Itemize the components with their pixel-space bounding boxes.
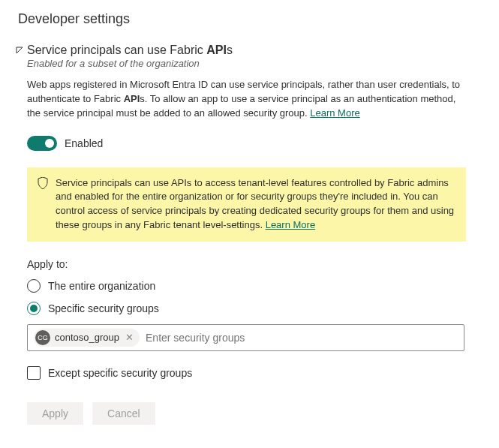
setting-title-suffix: s [227,44,233,56]
info-text: Service principals can use APIs to acces… [56,177,454,231]
learn-more-link[interactable]: Learn More [310,107,359,119]
setting-title-text: Service principals can use Fabric [27,44,206,56]
button-row: Apply Cancel [27,402,484,425]
setting-description: Web apps registered in Microsoft Entra I… [27,78,466,121]
cancel-button[interactable]: Cancel [92,402,155,425]
radio-entire-org-input[interactable] [27,279,41,293]
security-groups-input[interactable] [146,332,458,344]
enabled-toggle[interactable] [27,136,57,151]
info-text-container: Service principals can use APIs to acces… [56,176,455,233]
except-groups-checkbox[interactable] [27,366,41,380]
close-icon[interactable]: ✕ [124,332,135,343]
expand-caret-icon[interactable] [15,45,24,57]
except-groups-row[interactable]: Except specific security groups [27,366,484,380]
group-chip-avatar: CG [35,330,50,345]
enabled-toggle-row: Enabled [27,136,484,151]
info-learn-more-link[interactable]: Learn More [266,219,315,230]
apply-button[interactable]: Apply [27,402,83,425]
setting-block: Service principals can use Fabric APIs E… [18,44,484,425]
apply-to-label: Apply to: [27,258,484,270]
shield-icon [38,177,48,233]
radio-specific-groups-input[interactable] [27,302,41,315]
group-chip: CG contoso_group ✕ [34,329,140,347]
radio-entire-org[interactable]: The entire organization [27,279,484,293]
except-groups-label: Except specific security groups [48,367,192,379]
group-chip-name: contoso_group [55,332,119,343]
setting-title: Service principals can use Fabric APIs [27,44,484,57]
setting-header[interactable]: Service principals can use Fabric APIs E… [27,44,484,69]
setting-title-bold: API [206,44,227,56]
security-groups-field[interactable]: CG contoso_group ✕ [27,324,464,351]
setting-subtitle: Enabled for a subset of the organization [27,58,484,69]
radio-specific-groups[interactable]: Specific security groups [27,302,484,315]
desc-bold: API [124,93,140,104]
page-title: Developer settings [18,11,484,27]
enabled-toggle-label: Enabled [65,137,103,149]
radio-entire-org-label: The entire organization [48,280,155,292]
info-box: Service principals can use APIs to acces… [27,167,466,242]
radio-specific-groups-label: Specific security groups [48,302,159,314]
